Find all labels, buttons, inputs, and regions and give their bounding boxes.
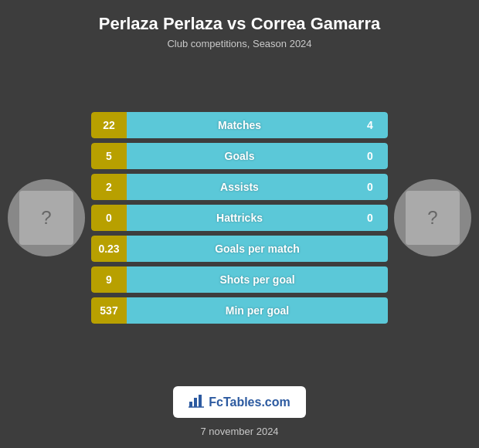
logo-chart-icon xyxy=(189,392,204,412)
content-area: ? 22Matches45Goals02Assists00Hattricks00… xyxy=(0,57,479,378)
stat-left-value: 0.23 xyxy=(91,236,127,262)
stat-bar-wrapper: Goals xyxy=(127,143,352,169)
page-subtitle: Club competitions, Season 2024 xyxy=(167,38,311,49)
svg-rect-0 xyxy=(189,402,192,407)
stat-label: Min per goal xyxy=(127,297,388,324)
logo-area: FcTables.com xyxy=(173,386,306,418)
date-text: 7 november 2024 xyxy=(200,426,278,437)
stat-row: 537Min per goal xyxy=(91,297,388,324)
stat-row: 2Assists0 xyxy=(91,174,388,200)
stat-right-value: 0 xyxy=(352,205,388,231)
svg-rect-1 xyxy=(194,398,197,407)
page-title: Perlaza Perlaza vs Correa Gamarra xyxy=(99,14,380,34)
stat-right-value: 0 xyxy=(352,143,388,169)
stat-right-value: 0 xyxy=(352,174,388,200)
stat-left-value: 2 xyxy=(91,174,127,200)
stat-bar-wrapper: Goals per match xyxy=(127,236,388,262)
stat-left-value: 5 xyxy=(91,143,127,169)
stat-row: 22Matches4 xyxy=(91,112,388,138)
stat-bar-wrapper: Matches xyxy=(127,112,352,138)
stat-label: Assists xyxy=(127,174,352,200)
stat-bar-wrapper: Shots per goal xyxy=(127,266,388,293)
svg-rect-2 xyxy=(199,395,202,407)
stat-right-value: 4 xyxy=(352,112,388,138)
stat-left-value: 537 xyxy=(91,297,127,324)
avatar-left-inner: ? xyxy=(19,191,73,245)
stat-bar-wrapper: Assists xyxy=(127,174,352,200)
page-wrapper: Perlaza Perlaza vs Correa Gamarra Club c… xyxy=(0,0,479,448)
stat-label: Shots per goal xyxy=(127,266,388,293)
stat-label: Goals per match xyxy=(127,236,388,262)
avatar-left-icon: ? xyxy=(41,207,51,229)
stats-container: 22Matches45Goals02Assists00Hattricks00.2… xyxy=(85,112,394,324)
stat-left-value: 22 xyxy=(91,112,127,138)
stat-bar-wrapper: Min per goal xyxy=(127,297,388,324)
stat-label: Goals xyxy=(127,143,352,169)
avatar-right-icon: ? xyxy=(427,207,437,229)
logo-text: FcTables.com xyxy=(209,395,290,409)
stat-row: 0Hattricks0 xyxy=(91,205,388,231)
stat-left-value: 0 xyxy=(91,205,127,231)
avatar-right-inner: ? xyxy=(406,191,460,245)
stat-bar-wrapper: Hattricks xyxy=(127,205,352,231)
stat-row: 0.23Goals per match xyxy=(91,236,388,262)
stat-row: 9Shots per goal xyxy=(91,266,388,293)
stat-label: Matches xyxy=(127,112,352,138)
stat-row: 5Goals0 xyxy=(91,143,388,169)
avatar-left: ? xyxy=(8,179,85,256)
stat-left-value: 9 xyxy=(91,266,127,293)
stat-label: Hattricks xyxy=(127,205,352,231)
avatar-right: ? xyxy=(394,179,471,256)
